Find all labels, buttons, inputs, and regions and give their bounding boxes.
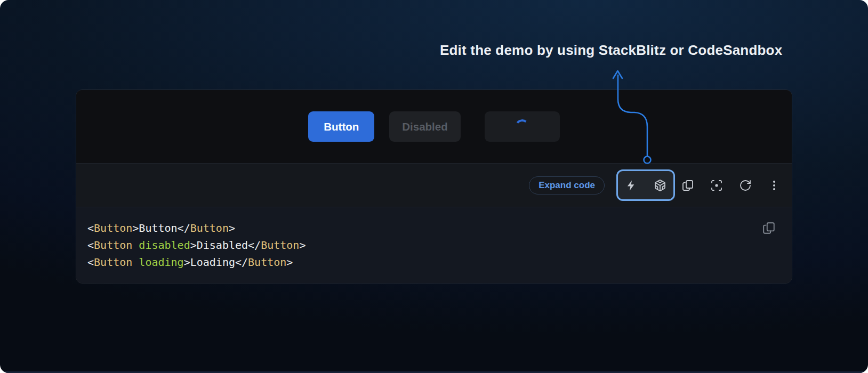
codesandbox-button[interactable] [654, 179, 666, 192]
code-line: <Button>Button</Button> [87, 220, 760, 237]
focus-demo-button[interactable] [710, 179, 723, 192]
code-lines: <Button>Button</Button><Button disabled>… [87, 220, 760, 271]
highlighted-editor-group [616, 169, 675, 201]
focus-icon [710, 179, 723, 192]
annotation-text: Edit the demo by using StackBlitz or Cod… [440, 42, 782, 59]
copy-snippet-button[interactable] [762, 221, 776, 235]
demo-button-primary-label: Button [324, 120, 359, 133]
code-block: <Button>Button</Button><Button disabled>… [76, 207, 792, 283]
more-actions-button[interactable] [768, 179, 781, 192]
expand-code-label: Expand code [539, 180, 595, 191]
demo-card: Button Disabled Expand code [76, 90, 792, 283]
copy-code-button[interactable] [681, 179, 694, 192]
codesandbox-cube-icon [654, 179, 666, 192]
demo-button-disabled[interactable]: Disabled [389, 111, 460, 142]
code-line: <Button loading>Loading</Button> [87, 254, 760, 271]
copy-icon [762, 229, 776, 237]
more-vertical-icon [768, 179, 781, 192]
refresh-demo-button[interactable] [739, 179, 752, 192]
refresh-icon [739, 179, 752, 192]
demo-preview: Button Disabled [76, 90, 792, 163]
copy-icon [681, 179, 694, 192]
loading-spinner-icon [514, 118, 530, 134]
demo-toolbar: Expand code [76, 163, 792, 207]
demo-button-loading[interactable] [485, 111, 560, 142]
arrow-head [613, 71, 622, 78]
stackblitz-lightning-icon [625, 180, 637, 191]
app-background: Edit the demo by using StackBlitz or Cod… [0, 0, 868, 373]
stackblitz-button[interactable] [625, 179, 638, 192]
code-line: <Button disabled>Disabled</Button> [87, 237, 760, 254]
demo-button-primary[interactable]: Button [308, 111, 374, 142]
demo-button-disabled-label: Disabled [402, 120, 447, 133]
expand-code-button[interactable]: Expand code [529, 176, 605, 194]
